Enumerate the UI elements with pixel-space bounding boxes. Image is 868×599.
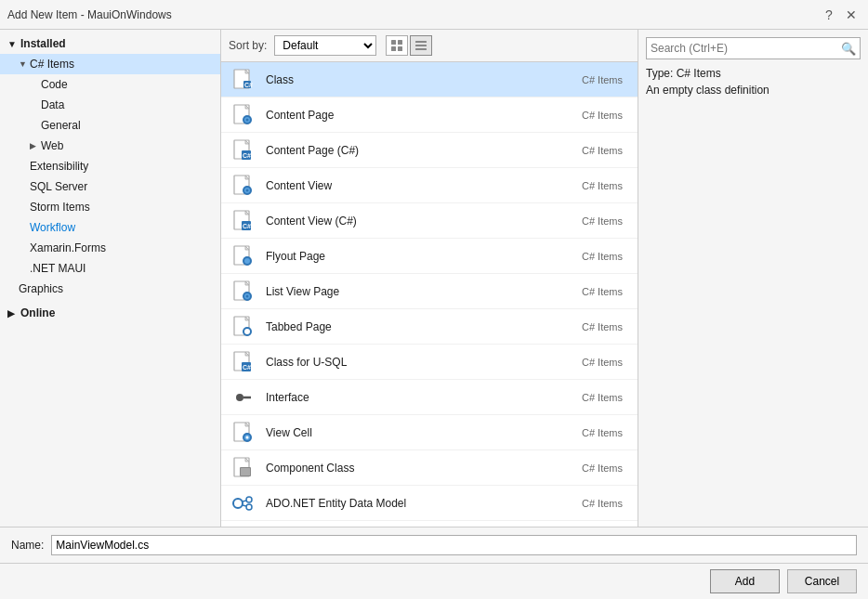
item-list: C# Class C# Items <box>221 62 638 527</box>
search-input[interactable] <box>651 42 841 55</box>
svg-point-52 <box>246 436 249 438</box>
item-icon-componentclass <box>229 453 258 483</box>
sidebar-item-netmaui[interactable]: .NET MAUI <box>0 258 220 279</box>
svg-point-46 <box>236 394 243 401</box>
item-category-contentviewcs: C# Items <box>556 215 630 227</box>
online-section[interactable]: ▶ Online <box>0 303 220 323</box>
installed-label: Installed <box>20 37 66 50</box>
sidebar-item-xamarinforms[interactable]: Xamarin.Forms <box>0 238 220 258</box>
sidebar-item-code[interactable]: Code <box>0 74 220 95</box>
item-list-area: Sort by: Default Name Type <box>221 30 638 527</box>
sortby-label: Sort by: <box>229 39 267 52</box>
item-icon-viewcell <box>229 418 258 448</box>
sidebar-item-csharp[interactable]: ▼ C# Items <box>0 54 220 74</box>
item-name-tabbedpage: Tabbed Page <box>266 320 556 333</box>
online-arrow: ▶ <box>7 308 20 319</box>
item-name-contentviewcs: Content View (C#) <box>266 215 556 228</box>
sidebar: ▼ Installed ▼ C# Items Code Data General… <box>0 30 221 527</box>
item-row-contentview[interactable]: Content View C# Items <box>221 168 638 203</box>
item-name-contentpagecs: Content Page (C#) <box>266 144 556 157</box>
name-input[interactable] <box>51 535 857 555</box>
list-view-button[interactable] <box>410 35 432 56</box>
cancel-button[interactable]: Cancel <box>787 569 857 593</box>
item-category-viewcell: C# Items <box>556 427 630 438</box>
item-name-class: Class <box>266 73 556 86</box>
item-name-viewcell: View Cell <box>266 426 556 439</box>
installed-section[interactable]: ▼ Installed <box>0 33 220 54</box>
svg-text:C#: C# <box>243 152 251 159</box>
data-label: Data <box>41 98 64 111</box>
item-row-contentpage[interactable]: Content Page C# Items <box>221 98 638 133</box>
svg-text:C#: C# <box>244 82 253 88</box>
item-name-adonet: ADO.NET Entity Data Model <box>266 497 556 510</box>
item-category-tabbedpage: C# Items <box>556 321 630 332</box>
svg-rect-3 <box>398 46 402 51</box>
item-row-viewcell[interactable]: View Cell C# Items <box>221 415 638 450</box>
item-category-listviewpage: C# Items <box>556 286 630 297</box>
sidebar-item-extensibility[interactable]: Extensibility <box>0 156 220 176</box>
item-row-usql[interactable]: C# Class for U-SQL C# Items <box>221 345 638 380</box>
svg-text:C#: C# <box>243 223 251 229</box>
csharp-label: C# Items <box>30 58 74 71</box>
item-name-interface: Interface <box>266 391 556 404</box>
item-icon-adonet <box>229 488 258 518</box>
type-desc: An empty class definition <box>646 84 861 97</box>
svg-text:C#: C# <box>243 364 251 371</box>
window-title: Add New Item - MauiOnWindows <box>7 8 172 21</box>
item-row-interface[interactable]: Interface C# Items <box>221 380 638 415</box>
item-name-flyoutpage: Flyout Page <box>266 250 556 263</box>
item-row-class[interactable]: C# Class C# Items <box>221 62 638 98</box>
item-row-listviewpage[interactable]: List View Page C# Items <box>221 274 638 309</box>
add-button[interactable]: Add <box>710 569 780 593</box>
stormitems-label: Storm Items <box>30 201 90 214</box>
item-icon-listviewpage <box>229 277 258 306</box>
sidebar-item-general[interactable]: General <box>0 115 220 136</box>
search-box[interactable]: 🔍 <box>646 37 861 59</box>
item-name-contentview: Content View <box>266 179 556 192</box>
type-prefix: Type: <box>646 67 677 80</box>
sort-select[interactable]: Default Name Type <box>274 35 376 56</box>
item-row-contentpagecs[interactable]: C# Content Page (C#) C# Items <box>221 133 638 168</box>
sqlserver-label: SQL Server <box>30 180 87 193</box>
right-panel: 🔍 Type: C# Items An empty class definiti… <box>638 30 868 527</box>
item-category-usql: C# Items <box>556 357 630 368</box>
type-label: Type: C# Items <box>646 67 861 80</box>
item-row-contentviewcs[interactable]: C# Content View (C#) C# Items <box>221 203 638 239</box>
svg-rect-56 <box>241 468 250 475</box>
netmaui-label: .NET MAUI <box>30 262 85 275</box>
general-label: General <box>41 119 81 132</box>
sidebar-item-data[interactable]: Data <box>0 95 220 115</box>
svg-point-59 <box>246 504 252 510</box>
grid-view-button[interactable] <box>386 35 408 56</box>
sidebar-item-workflow[interactable]: Workflow <box>0 217 220 238</box>
search-icon: 🔍 <box>841 42 856 56</box>
item-icon-contentviewcs: C# <box>229 206 258 236</box>
item-row-tabbedpage[interactable]: Tabbed Page C# Items <box>221 309 638 345</box>
name-label: Name: <box>11 539 44 552</box>
item-category-interface: C# Items <box>556 392 630 403</box>
svg-point-41 <box>244 329 250 334</box>
close-button[interactable]: ✕ <box>842 6 861 24</box>
item-category-contentview: C# Items <box>556 180 630 191</box>
item-category-contentpagecs: C# Items <box>556 145 630 156</box>
sidebar-item-web[interactable]: ▶ Web <box>0 136 220 156</box>
item-row-componentclass[interactable]: Component Class C# Items <box>221 450 638 486</box>
sidebar-item-stormitems[interactable]: Storm Items <box>0 197 220 217</box>
list-with-scroll: C# Class C# Items <box>221 62 638 527</box>
footer-buttons: Add Cancel <box>0 563 868 599</box>
item-icon-contentpagecs: C# <box>229 136 258 165</box>
top-bar: Sort by: Default Name Type <box>221 30 638 62</box>
sidebar-item-sqlserver[interactable]: SQL Server <box>0 176 220 197</box>
workflow-label: Workflow <box>30 221 75 234</box>
help-button[interactable]: ? <box>820 6 838 24</box>
sidebar-item-graphics[interactable]: Graphics <box>0 279 220 299</box>
item-row-adonet[interactable]: ADO.NET Entity Data Model C# Items <box>221 486 638 521</box>
window-controls: ? ✕ <box>820 6 861 24</box>
view-icons <box>386 35 432 56</box>
online-label: Online <box>20 306 55 319</box>
item-icon-contentpage <box>229 100 258 130</box>
item-icon-contentview <box>229 171 258 201</box>
item-name-listviewpage: List View Page <box>266 285 556 298</box>
item-name-componentclass: Component Class <box>266 462 556 475</box>
item-row-flyoutpage[interactable]: Flyout Page C# Items <box>221 239 638 274</box>
